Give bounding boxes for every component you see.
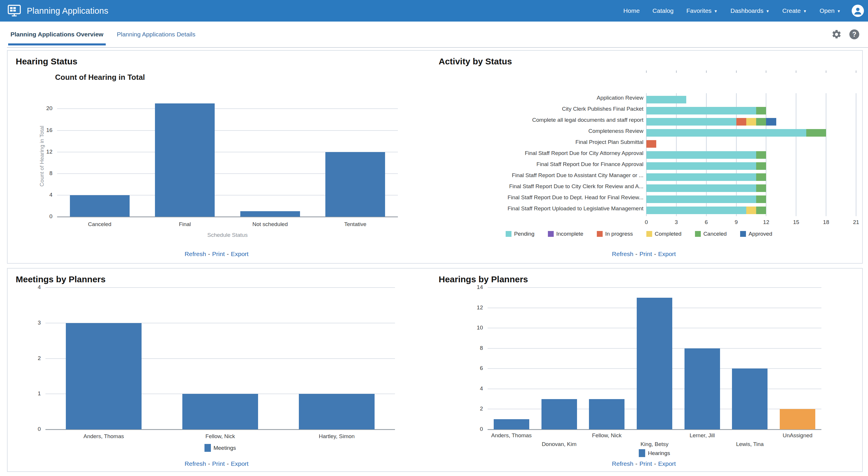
x-category-label: Not scheduled: [223, 221, 317, 228]
refresh-link[interactable]: Refresh: [612, 460, 633, 467]
export-link[interactable]: Export: [231, 250, 249, 258]
bar-Hartley, Simon[interactable]: [299, 394, 375, 429]
segment-Pending[interactable]: [646, 173, 756, 181]
refresh-link[interactable]: Refresh: [185, 250, 206, 258]
legend-item-Incomplete[interactable]: Incomplete: [548, 231, 583, 237]
x-category-label: Tentative: [309, 221, 402, 228]
chart-legend: Hearings: [488, 449, 822, 457]
bar-Anders, Thomas[interactable]: [66, 323, 142, 429]
panel-row-bottom: Meetings by Planners 01234Anders, Thomas…: [7, 268, 863, 472]
nav-catalog[interactable]: Catalog: [652, 7, 674, 14]
nav-create[interactable]: Create▼: [782, 7, 807, 14]
legend-item-Canceled[interactable]: Canceled: [695, 231, 727, 237]
print-link[interactable]: Print: [639, 460, 652, 467]
bar-Fellow, Nick[interactable]: [182, 394, 258, 429]
bar-Lerner, Jill[interactable]: [684, 349, 720, 429]
nav-open[interactable]: Open▼: [820, 7, 841, 14]
y-tick-label: 0: [19, 426, 41, 432]
gridline: [45, 287, 395, 288]
nav-favorites[interactable]: Favorites▼: [686, 7, 718, 14]
legend-item-Meetings[interactable]: Meetings: [205, 444, 236, 452]
segment-Pending[interactable]: [646, 151, 756, 159]
segment-Canceled[interactable]: [756, 162, 766, 170]
chevron-down-icon: ▼: [803, 9, 807, 13]
legend-swatch: [639, 449, 645, 457]
y-tick-label: 1: [19, 390, 41, 397]
segment-Pending[interactable]: [646, 96, 686, 103]
export-link[interactable]: Export: [658, 460, 676, 467]
meetings-by-planners-chart: 01234Anders, ThomasFellow, NickHartley, …: [7, 269, 426, 471]
legend-item-Approved[interactable]: Approved: [740, 231, 772, 237]
x-category-label: Anders, Thomas: [57, 433, 150, 440]
refresh-link[interactable]: Refresh: [612, 250, 633, 258]
bar-King, Betsy[interactable]: [637, 298, 672, 429]
x-tick-label: 6: [698, 219, 715, 226]
bar-Fellow, Nick[interactable]: [589, 399, 624, 429]
legend-item-Pending[interactable]: Pending: [506, 231, 534, 237]
tab-planning-applications-details[interactable]: Planning Applications Details: [115, 22, 198, 47]
bar-Canceled[interactable]: [70, 195, 130, 217]
top-tick: [736, 70, 737, 73]
segment-Canceled[interactable]: [806, 129, 826, 137]
segment-In progress[interactable]: [646, 140, 656, 148]
bar-Final[interactable]: [155, 103, 215, 217]
segment-Pending[interactable]: [646, 162, 756, 170]
bar-Lewis, Tina[interactable]: [732, 368, 768, 429]
segment-Canceled[interactable]: [756, 107, 766, 115]
segment-Pending[interactable]: [646, 207, 746, 214]
segment-Canceled[interactable]: [756, 207, 766, 214]
help-icon[interactable]: ?: [849, 29, 859, 39]
legend-item-Hearings[interactable]: Hearings: [639, 449, 670, 457]
chevron-down-icon: ▼: [837, 9, 841, 13]
print-link[interactable]: Print: [639, 250, 652, 258]
y-tick-label: 4: [461, 385, 483, 392]
category-label: Complete all legal documents and staff r…: [428, 117, 644, 123]
hearing-status-panel: Hearing Status 048121620CanceledFinalNot…: [7, 51, 426, 263]
x-category-label: Final: [138, 221, 231, 228]
bar-Anders, Thomas[interactable]: [494, 419, 529, 429]
legend-swatch: [548, 231, 554, 237]
segment-Completed[interactable]: [746, 207, 756, 214]
print-link[interactable]: Print: [212, 250, 224, 258]
legend-item-In progress[interactable]: In progress: [597, 231, 633, 237]
x-tick-label: 21: [847, 219, 865, 226]
export-link[interactable]: Export: [658, 250, 676, 258]
top-tick: [646, 70, 647, 73]
gear-icon[interactable]: [831, 29, 842, 40]
nav-home[interactable]: Home: [623, 7, 640, 14]
chart-legend: Meetings: [45, 444, 395, 452]
segment-Canceled[interactable]: [756, 151, 766, 159]
top-tick: [796, 70, 796, 73]
legend-item-Completed[interactable]: Completed: [646, 231, 682, 237]
app-brand: Planning Applications: [7, 5, 108, 17]
dashboard-tabbar: Planning Applications Overview Planning …: [0, 22, 868, 47]
nav-dashboards[interactable]: Dashboards▼: [731, 7, 770, 14]
user-avatar-icon[interactable]: [852, 5, 864, 17]
tabbar-separator: [7, 47, 868, 48]
page-title: Planning Applications: [27, 6, 108, 16]
export-link[interactable]: Export: [231, 460, 249, 467]
y-tick-label: 14: [461, 284, 483, 291]
segment-Pending[interactable]: [646, 107, 756, 115]
segment-Pending[interactable]: [646, 184, 756, 192]
bar-UnAssigned[interactable]: [780, 409, 815, 429]
segment-Canceled[interactable]: [756, 196, 766, 203]
print-link[interactable]: Print: [212, 460, 224, 467]
segment-Pending[interactable]: [646, 196, 756, 203]
category-label: Final Staff Report Due to Assistant City…: [428, 172, 644, 179]
refresh-link[interactable]: Refresh: [185, 460, 206, 467]
segment-Pending[interactable]: [646, 118, 736, 125]
chart-footer: Refresh - Print - Export: [7, 460, 426, 467]
segment-Canceled[interactable]: [756, 118, 766, 125]
segment-Pending[interactable]: [646, 129, 806, 137]
tab-planning-applications-overview[interactable]: Planning Applications Overview: [8, 22, 106, 47]
segment-Canceled[interactable]: [756, 184, 766, 192]
segment-Approved[interactable]: [766, 118, 776, 125]
segment-In progress[interactable]: [736, 118, 746, 125]
segment-Completed[interactable]: [746, 118, 756, 125]
bar-Donovan, Kim[interactable]: [541, 399, 577, 429]
bar-Tentative[interactable]: [326, 152, 385, 217]
segment-Canceled[interactable]: [756, 173, 766, 181]
legend-swatch: [646, 231, 652, 237]
bar-Not scheduled[interactable]: [240, 211, 300, 217]
